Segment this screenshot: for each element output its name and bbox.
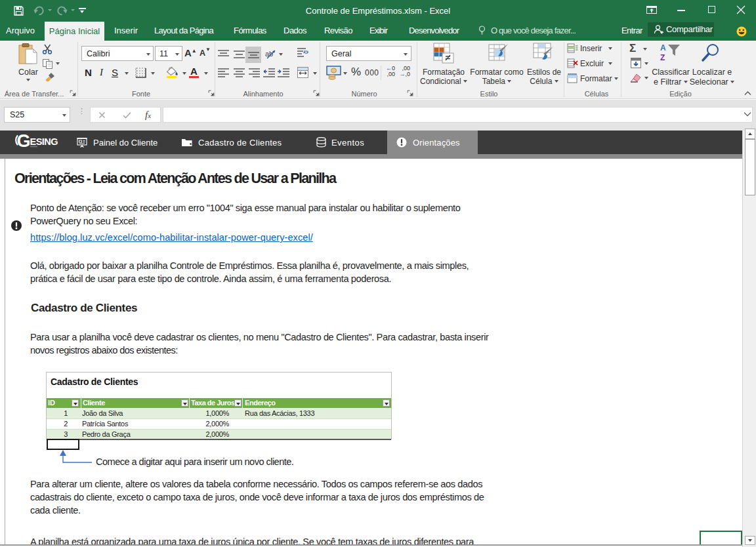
svg-text:ESING: ESING <box>30 136 58 147</box>
svg-text:G: G <box>17 131 30 151</box>
svg-text:A: A <box>660 43 666 52</box>
svg-text:Z: Z <box>660 53 665 62</box>
